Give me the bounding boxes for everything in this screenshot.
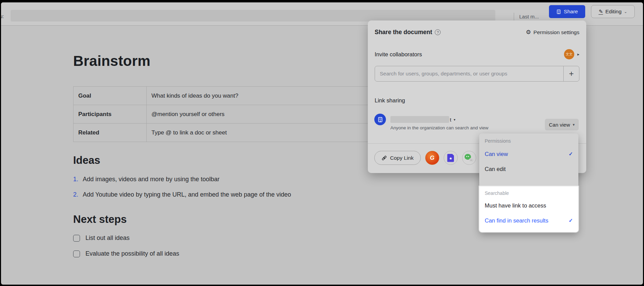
invite-collaborators-row: Invite collaborators 文文 ▸ (375, 49, 579, 59)
organization-name-suffix: t (450, 117, 451, 123)
share-popover-header: Share the document ? ⚙ Permission settin… (375, 29, 579, 36)
doc-star-icon: ★ (447, 154, 454, 162)
help-icon[interactable]: ? (435, 29, 441, 35)
clipped-toolbar-text: u: (1, 13, 4, 19)
share-button-label: Share (564, 9, 578, 15)
todo-item: Evaluate the possibility of all ideas (73, 250, 179, 257)
wechat-bubbles-icon (465, 154, 473, 162)
list-item[interactable]: 2. Add Youtube video by typing the URL, … (73, 191, 291, 198)
topbar-divider (514, 13, 514, 21)
editing-mode-button[interactable]: ✎ Editing ⌄ (591, 5, 635, 18)
list-item-text: Add images, videos and more by using the… (83, 176, 219, 183)
table-row-value[interactable]: @mention yourself or others (147, 105, 381, 124)
sharing-scope-description: Anyone in the organization can search an… (390, 125, 488, 130)
expand-arrow-icon[interactable]: ▸ (577, 52, 579, 57)
app-window: u: Last m... Share ✎ Editing ⌄ Brainstor… (0, 0, 644, 286)
pencil-icon: ✎ (599, 9, 603, 15)
permission-settings-label: Permission settings (534, 29, 579, 35)
share-app-orange-icon[interactable]: G (425, 151, 439, 165)
list-number: 2. (73, 191, 79, 198)
menu-item-can-find-in-search[interactable]: Can find in search results ✓ (479, 213, 578, 228)
list-item-text: Add Youtube video by typing the URL, and… (83, 191, 291, 198)
building-icon (556, 9, 561, 14)
checkbox-unchecked[interactable] (73, 235, 80, 242)
menu-item-label: Can edit (485, 166, 506, 172)
table-row-value[interactable]: Type @ to link a doc or sheet (147, 124, 381, 142)
permissions-section: Permissions Can view ✓ Can edit (479, 133, 578, 186)
orange-app-glyph: G (430, 155, 434, 161)
sharing-scope-selector[interactable]: t ▾ (390, 116, 455, 123)
next-steps-heading: Next steps (73, 213, 127, 226)
gear-icon: ⚙ (526, 29, 531, 35)
menu-item-must-have-link[interactable]: Must have link to access (479, 198, 578, 213)
window-content: u: Last m... Share ✎ Editing ⌄ Brainstor… (1, 2, 643, 285)
add-collaborator-button[interactable]: + (563, 66, 579, 81)
document-title: Brainstorm (73, 53, 150, 69)
table-row-label[interactable]: Goal (73, 87, 147, 105)
menu-item-label: Can find in search results (485, 217, 548, 224)
link-icon (381, 155, 387, 161)
permissions-section-header: Permissions (479, 133, 578, 144)
link-sharing-label: Link sharing (375, 97, 405, 104)
document-table: Goal What kinds of ideas do you want? Pa… (73, 86, 381, 142)
menu-item-label: Can view (485, 151, 508, 157)
todo-label: List out all ideas (85, 234, 130, 242)
menu-item-label: Must have link to access (485, 202, 546, 209)
collaborator-search-input[interactable] (375, 66, 564, 81)
table-row-label[interactable]: Participants (73, 105, 147, 124)
ideas-heading: Ideas (73, 154, 100, 167)
table-row-label[interactable]: Related (73, 124, 147, 142)
share-button[interactable]: Share (549, 5, 585, 18)
list-item[interactable]: 1. Add images, videos and more by using … (73, 176, 219, 183)
caret-down-icon: ▾ (573, 123, 575, 127)
collaborator-avatar[interactable]: 文文 (564, 49, 574, 59)
toolbar-redacted-area (11, 10, 495, 22)
check-icon: ✓ (568, 217, 573, 224)
permission-settings-link[interactable]: ⚙ Permission settings (526, 29, 579, 35)
last-modified-text: Last m... (519, 14, 539, 19)
copy-link-button[interactable]: Copy Link (374, 151, 421, 165)
invite-collaborators-label: Invite collaborators (375, 51, 422, 58)
menu-item-can-view[interactable]: Can view ✓ (479, 146, 578, 161)
list-number: 1. (73, 176, 79, 183)
check-icon: ✓ (568, 151, 573, 157)
caret-down-icon: ▾ (454, 118, 455, 121)
todo-label: Evaluate the possibility of all ideas (85, 250, 179, 257)
editing-button-label: Editing (605, 9, 621, 15)
share-popover-title: Share the document (375, 29, 432, 36)
permission-level-dropdown-button[interactable]: Can view ▾ (545, 119, 579, 130)
collaborator-search-box: + (375, 66, 579, 82)
checkbox-unchecked[interactable] (73, 251, 80, 257)
share-app-wechat-icon[interactable] (462, 151, 476, 165)
permission-level-value: Can view (549, 122, 570, 128)
share-popover-footer: Copy Link G ★ (374, 151, 476, 165)
searchable-section-header: Searchable (479, 186, 578, 196)
organization-icon (374, 114, 386, 125)
menu-item-can-edit[interactable]: Can edit (479, 161, 578, 176)
permission-dropdown-menu: Permissions Can view ✓ Can edit Searchab… (479, 133, 578, 232)
chevron-down-icon: ⌄ (624, 10, 627, 14)
share-app-docs-icon[interactable]: ★ (444, 151, 458, 165)
todo-item: List out all ideas (73, 234, 130, 242)
searchable-section-spotlight: Searchable Must have link to access Can … (479, 186, 578, 232)
table-row-value[interactable]: What kinds of ideas do you want? (147, 87, 381, 105)
redacted-organization-name (390, 116, 449, 123)
copy-link-label: Copy Link (390, 155, 414, 161)
